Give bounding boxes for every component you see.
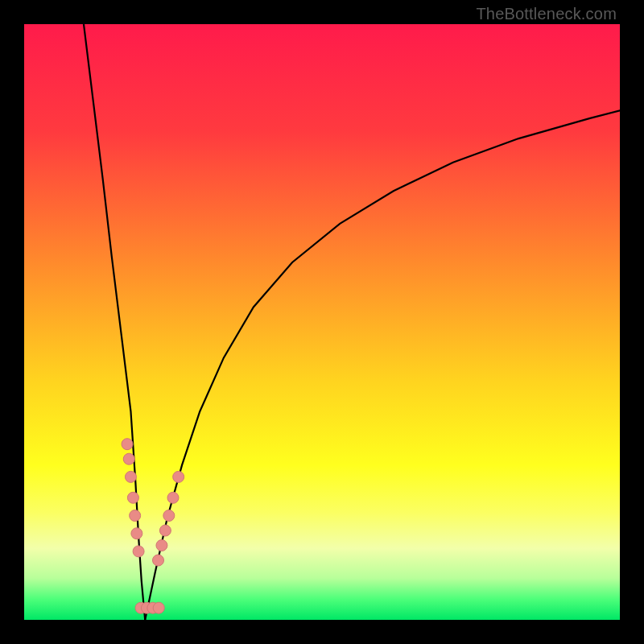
data-marker [153, 555, 164, 566]
data-marker [122, 439, 133, 450]
data-marker [125, 471, 136, 482]
watermark-text: TheBottleneck.com [476, 5, 617, 23]
data-marker [133, 546, 144, 557]
data-marker [156, 540, 167, 551]
data-marker [127, 492, 138, 503]
data-marker [163, 510, 175, 522]
data-marker [167, 492, 179, 503]
data-marker [153, 602, 164, 613]
data-marker [173, 471, 184, 482]
data-marker [123, 453, 134, 464]
chart-frame: TheBottleneck.com [0, 0, 644, 644]
plot-area [24, 24, 620, 620]
data-marker [130, 510, 141, 522]
chart-svg [24, 24, 620, 620]
data-marker [131, 528, 142, 539]
data-marker [159, 525, 171, 536]
gradient-background [24, 24, 620, 620]
